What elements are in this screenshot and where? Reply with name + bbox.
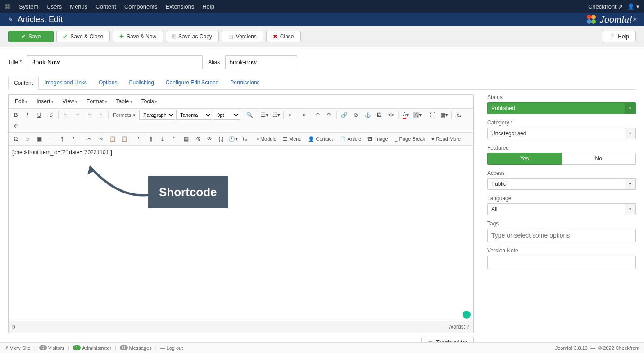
page-break-button[interactable]: ⎯ Page Break	[392, 134, 428, 144]
versions-button[interactable]: ▤Versions	[222, 31, 263, 42]
menu-insert[interactable]: Insert	[33, 96, 57, 106]
number-list-icon[interactable]: ☷▾	[271, 110, 281, 120]
subscript-icon[interactable]: x₂	[454, 110, 464, 120]
menu-tools[interactable]: Tools	[138, 96, 161, 106]
paste-text-icon[interactable]: 📋	[119, 134, 130, 144]
nav-extensions[interactable]: Extensions	[166, 3, 195, 10]
fullscreen-icon[interactable]: ⛶	[427, 110, 438, 120]
menu-format[interactable]: Format	[83, 96, 111, 106]
tags-input[interactable]	[487, 229, 636, 242]
tab-configure-edit[interactable]: Configure Edit Screen	[160, 75, 224, 89]
save-close-button[interactable]: ✔Save & Close	[56, 31, 110, 42]
hr-icon[interactable]: ―	[45, 134, 56, 144]
tab-content[interactable]: Content	[8, 76, 39, 90]
show-blocks-icon[interactable]: ¶	[134, 134, 145, 144]
title-input[interactable]	[27, 55, 203, 69]
access-caret[interactable]: ▾	[625, 178, 636, 190]
italic-icon[interactable]: I	[22, 110, 33, 120]
undo-icon[interactable]: ↶	[312, 110, 323, 120]
menu-edit[interactable]: Edit	[11, 96, 31, 106]
tab-permissions[interactable]: Permissions	[224, 75, 265, 89]
access-select[interactable]: Public	[487, 178, 625, 190]
site-link[interactable]: Checkfront ⇗	[588, 3, 623, 10]
align-justify-icon[interactable]: ≡	[95, 110, 106, 120]
visitors-link[interactable]: 0 Visitors	[39, 345, 64, 351]
show-invisible-icon[interactable]: ¶	[145, 134, 156, 144]
status-caret[interactable]: ▾	[625, 102, 636, 114]
indent-icon[interactable]: ⇥	[297, 110, 308, 120]
nav-users[interactable]: Users	[46, 3, 62, 10]
codesample-icon[interactable]: {;}	[216, 134, 227, 144]
align-left-icon[interactable]: ≡	[60, 110, 71, 120]
cut-icon[interactable]: ✂	[84, 134, 95, 144]
block-select[interactable]: Paragraph	[139, 110, 175, 120]
special-char-icon[interactable]: Ω	[10, 134, 21, 144]
media-icon[interactable]: ▣	[34, 134, 45, 144]
outdent-icon[interactable]: ⇤	[286, 110, 296, 120]
clear-format-icon[interactable]: Tₓ	[239, 134, 250, 144]
align-center-icon[interactable]: ≡	[72, 110, 83, 120]
align-right-icon[interactable]: ≡	[84, 110, 95, 120]
status-select[interactable]: Published	[487, 102, 625, 114]
save-new-button[interactable]: ✚Save & New	[113, 31, 163, 42]
formats-dropdown[interactable]: Formats ▾	[110, 110, 138, 120]
messages-link[interactable]: 0 Messages	[120, 345, 152, 351]
text-color-icon[interactable]: A▾	[400, 110, 411, 120]
blockquote-icon[interactable]: ❝	[169, 134, 180, 144]
editor-body[interactable]: [checkfront item_id="2" date="20221101"]…	[9, 146, 473, 321]
close-button[interactable]: ✖Close	[266, 31, 301, 42]
nav-content[interactable]: Content	[95, 3, 116, 10]
nav-components[interactable]: Components	[124, 3, 158, 10]
emoji-icon[interactable]: ☺	[22, 134, 33, 144]
nav-system[interactable]: System	[19, 3, 38, 10]
menu-button[interactable]: ☰ Menu	[280, 134, 304, 144]
bold-icon[interactable]: B	[10, 110, 21, 120]
editor-path[interactable]: p	[12, 324, 15, 330]
superscript-icon[interactable]: x²	[10, 121, 21, 131]
table-icon[interactable]: ▦▾	[439, 110, 449, 120]
nonbreaking-icon[interactable]: ⤓	[157, 134, 168, 144]
strikethrough-icon[interactable]: S	[45, 110, 56, 120]
help-button[interactable]: ❔Help	[602, 31, 636, 42]
print-icon[interactable]: 🖨	[192, 134, 203, 144]
code-icon[interactable]: <>	[385, 110, 396, 120]
contact-button[interactable]: 👤 Contact	[305, 134, 336, 144]
underline-icon[interactable]: U	[34, 110, 45, 120]
anchor-icon[interactable]: ⚓	[362, 110, 373, 120]
article-button[interactable]: 📄 Article	[336, 134, 364, 144]
nav-help[interactable]: Help	[202, 3, 214, 10]
user-menu[interactable]: 👤 ▾	[627, 3, 639, 10]
bg-color-icon[interactable]: A▾	[412, 110, 423, 120]
bullet-list-icon[interactable]: ☰▾	[259, 110, 270, 120]
ltr-icon[interactable]: ¶	[57, 134, 68, 144]
template-icon[interactable]: ▤	[181, 134, 191, 144]
tab-options[interactable]: Options	[93, 75, 123, 89]
datetime-icon[interactable]: 🕐▾	[227, 134, 238, 144]
view-site-link[interactable]: ⇗ View Site	[5, 345, 31, 351]
admin-link[interactable]: 1 Administrator	[73, 345, 111, 351]
find-replace-icon[interactable]: 🔍	[244, 110, 255, 120]
language-select[interactable]: All	[487, 203, 625, 215]
font-select[interactable]: Tahoma	[176, 110, 212, 120]
featured-yes[interactable]: Yes	[487, 153, 562, 165]
grammarly-icon[interactable]	[463, 311, 471, 319]
tab-publishing[interactable]: Publishing	[123, 75, 159, 89]
nav-menus[interactable]: Menus	[70, 3, 87, 10]
logout-link[interactable]: ― Log out	[160, 345, 183, 351]
version-note-input[interactable]	[487, 256, 636, 269]
unlink-icon[interactable]: ⊘	[350, 110, 361, 120]
fontsize-select[interactable]: 9pt	[213, 110, 240, 120]
menu-table[interactable]: Table	[113, 96, 136, 106]
preview-icon[interactable]: 👁	[204, 134, 215, 144]
featured-no[interactable]: No	[562, 153, 636, 165]
image-icon[interactable]: 🖼	[374, 110, 385, 120]
language-caret[interactable]: ▾	[625, 203, 636, 215]
category-select[interactable]: Uncategorised	[487, 128, 625, 139]
link-icon[interactable]: 🔗	[339, 110, 349, 120]
alias-input[interactable]	[225, 55, 297, 69]
rtl-icon[interactable]: ¶	[69, 134, 80, 144]
tab-images-links[interactable]: Images and Links	[39, 75, 93, 89]
save-copy-button[interactable]: ⎘Save as Copy	[166, 31, 219, 42]
read-more-button[interactable]: ♥ Read More	[429, 134, 463, 144]
save-button[interactable]: ✔Save	[8, 31, 54, 42]
